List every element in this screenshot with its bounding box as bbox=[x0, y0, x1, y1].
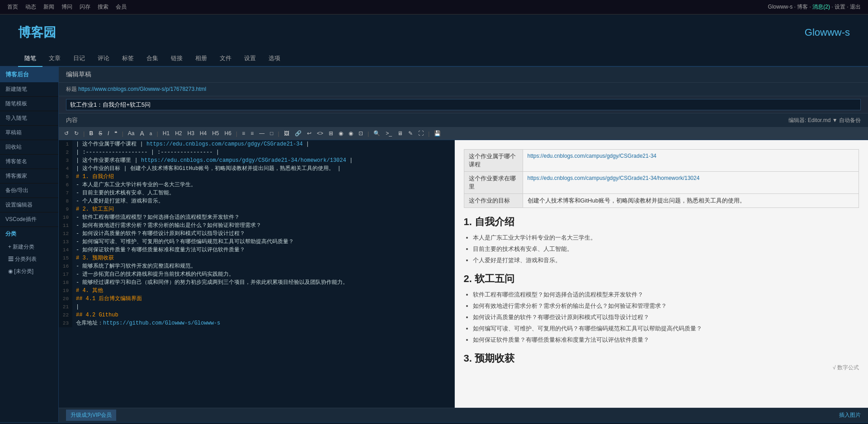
nav-dynamic[interactable]: 动态 bbox=[25, 3, 36, 11]
preview-link-2[interactable]: https://edu.cnblogs.com/campus/gdgy/CSGr… bbox=[528, 175, 700, 181]
nav-blog[interactable]: 博客 bbox=[797, 4, 808, 10]
nav-settings[interactable]: 设置 bbox=[835, 4, 845, 10]
toolbar-box[interactable]: ⊡ bbox=[357, 129, 365, 137]
toolbar-preview[interactable]: 🖥 bbox=[396, 129, 405, 137]
toolbar-strikethrough[interactable]: S bbox=[97, 129, 104, 137]
sidebar-new-essay[interactable]: 新建随笔 bbox=[0, 82, 58, 97]
tab-options[interactable]: 选项 bbox=[262, 51, 287, 67]
nav-home[interactable]: 首页 bbox=[7, 3, 18, 11]
toolbar-h3[interactable]: H3 bbox=[185, 129, 196, 137]
sidebar-recycle[interactable]: 回收站 bbox=[0, 140, 58, 155]
nav-messages[interactable]: 消息(2) bbox=[812, 4, 830, 10]
editor-line-2: 2 | :------------------- | :------------… bbox=[59, 148, 454, 156]
nav-logout[interactable]: 退出 bbox=[850, 4, 861, 10]
toolbar-hr[interactable]: — bbox=[257, 129, 266, 137]
toolbar-edit[interactable]: ✎ bbox=[406, 129, 415, 137]
upgrade-button[interactable]: 升级成为VIP会员 bbox=[66, 410, 116, 421]
toolbar-h2[interactable]: H2 bbox=[173, 129, 184, 137]
toolbar-emoji2[interactable]: ◉ bbox=[347, 129, 355, 137]
preview-table-row-1: 这个作业属于哪个课程 https://edu.cnblogs.com/campu… bbox=[464, 150, 859, 172]
toolbar-code[interactable]: <> bbox=[315, 129, 325, 137]
sidebar-signature[interactable]: 博客签名 bbox=[0, 155, 58, 169]
toolbar-reference[interactable]: ↩ bbox=[305, 129, 313, 137]
toolbar-bold[interactable]: B bbox=[87, 129, 95, 137]
toolbar-h1[interactable]: H1 bbox=[161, 129, 171, 137]
toolbar-font-small[interactable]: a bbox=[148, 130, 154, 137]
toolbar-italic[interactable]: I bbox=[106, 129, 111, 137]
toolbar-redo[interactable]: ↻ bbox=[72, 129, 80, 137]
url-value: https://www.cnblogs.com/Glowww-s/p/17678… bbox=[78, 86, 206, 92]
toolbar-search[interactable]: 🔍 bbox=[372, 129, 382, 137]
toolbar-image[interactable]: 🖼 bbox=[282, 129, 291, 137]
toolbar-font-size-upper[interactable]: Aa bbox=[126, 129, 137, 137]
sidebar-new-category[interactable]: + 新建分类 bbox=[0, 241, 58, 253]
title-input[interactable]: 软工作业1：自我介绍+软工5问 bbox=[66, 99, 861, 110]
nav-news[interactable]: 新闻 bbox=[43, 3, 54, 11]
sidebar-vscode[interactable]: VSCode插件 bbox=[0, 212, 58, 227]
toolbar-font-large[interactable]: A bbox=[138, 129, 146, 138]
tab-diary[interactable]: 日记 bbox=[67, 51, 91, 67]
insert-image-button[interactable]: 插入图片 bbox=[839, 411, 861, 419]
editor-split: 1 | 这个作业属于哪个课程 | https://edu.cnblogs.com… bbox=[59, 140, 868, 408]
preview-list-item: 如何保证软件质量？有哪些质量标准和度量方法可以评估软件质量？ bbox=[473, 335, 859, 345]
sidebar-category-list[interactable]: ☰ 分类列表 bbox=[0, 253, 58, 265]
tab-essays[interactable]: 随笔 bbox=[18, 51, 42, 67]
nav-ask[interactable]: 博问 bbox=[61, 3, 72, 11]
preview-list-item: 本人是广东工业大学计科专业的一名大三学生。 bbox=[473, 233, 859, 243]
nav-flash[interactable]: 闪存 bbox=[80, 3, 90, 11]
tab-collections[interactable]: 合集 bbox=[140, 51, 165, 67]
editor-controls[interactable]: 编辑器: Editor.md ▼ 自动备份 bbox=[788, 117, 861, 124]
sidebar-migrate[interactable]: 博客搬家 bbox=[0, 169, 58, 184]
editor-line-14: 14 - 如何保证软件质量？有哪些质量标准和度量方法可以评估软件质量？ bbox=[59, 246, 454, 254]
preview-table-value-3: 创建个人技术博客和GitHub账号，初略阅读教材并提出问题，熟悉相关工具的使用。 bbox=[523, 194, 859, 208]
sidebar-export[interactable]: 备份/导出 bbox=[0, 184, 58, 198]
nav-member[interactable]: 会员 bbox=[116, 3, 127, 11]
editor-line-3: 3 | 这个作业要求在哪里 | https://edu.cnblogs.com/… bbox=[59, 156, 454, 165]
toolbar-h6[interactable]: H6 bbox=[223, 129, 233, 137]
toolbar-link[interactable]: 🔗 bbox=[293, 129, 303, 137]
toolbar-quote[interactable]: ❝ bbox=[113, 129, 119, 137]
editor-line-1: 1 | 这个作业属于哪个课程 | https://edu.cnblogs.com… bbox=[59, 140, 454, 148]
toolbar-emoji1[interactable]: ◉ bbox=[337, 129, 345, 137]
nav-search[interactable]: 搜索 bbox=[98, 3, 108, 11]
editor-line-10: 10 - 软件工程有哪些流程模型？如何选择合适的流程模型来开发软件？ bbox=[59, 213, 454, 221]
preview-link-1[interactable]: https://edu.cnblogs.com/campus/gdgy/CSGr… bbox=[528, 153, 657, 159]
tab-links[interactable]: 链接 bbox=[165, 51, 189, 67]
current-user[interactable]: Glowww-s bbox=[768, 4, 793, 10]
code-editor[interactable]: 1 | 这个作业属于哪个课程 | https://edu.cnblogs.com… bbox=[59, 140, 455, 408]
tab-tags[interactable]: 标签 bbox=[116, 51, 140, 67]
preview-list-item: 个人爱好是打篮球、游戏和音乐。 bbox=[473, 256, 859, 265]
preview-table-value-2: https://edu.cnblogs.com/campus/gdgy/CSGr… bbox=[523, 172, 859, 194]
editor-line-18: 18 - 能够经过课程学习和自己（或和同伴）的努力初步完成两到三个项目，并依此积… bbox=[59, 278, 454, 287]
toolbar-checkbox[interactable]: □ bbox=[268, 129, 275, 137]
top-nav-right: Glowww-s · 博客 · 消息(2) · 设置 · 退出 bbox=[768, 3, 861, 11]
tab-files[interactable]: 文件 bbox=[213, 51, 238, 67]
preview-section1-title: 1. 自我介绍 bbox=[464, 215, 859, 229]
sidebar-essay-template[interactable]: 随笔模板 bbox=[0, 97, 58, 111]
toolbar-h5[interactable]: H5 bbox=[210, 129, 221, 137]
sidebar-import-essay[interactable]: 导入随笔 bbox=[0, 111, 58, 126]
formula-hint: √ 数字公式 bbox=[833, 364, 859, 372]
toolbar-sep7: | bbox=[428, 130, 429, 137]
preview-list-item: 如何设计高质量的软件？有哪些设计原则和模式可以指导设计过程？ bbox=[473, 313, 859, 322]
tab-settings[interactable]: 设置 bbox=[238, 51, 262, 67]
editor-line-12: 12 - 如何设计高质量的软件？有哪些设计原则和模式可以指导设计过程？ bbox=[59, 230, 454, 238]
editor-line-11: 11 - 如何有效地进行需求分析？需求分析的输出是什么？如何验证和管理需求？ bbox=[59, 221, 454, 230]
sidebar-drafts[interactable]: 草稿箱 bbox=[0, 126, 58, 140]
tab-albums[interactable]: 相册 bbox=[189, 51, 213, 67]
toolbar-h4[interactable]: H4 bbox=[198, 129, 208, 137]
tab-articles[interactable]: 文章 bbox=[42, 51, 67, 67]
editor-line-4: 4 | 这个作业的目标 | 创建个人技术博客和GitHub账号，初略阅读教材并提… bbox=[59, 165, 454, 173]
toolbar-undo[interactable]: ↺ bbox=[62, 129, 71, 137]
toolbar-list-unordered[interactable]: ≡ bbox=[240, 129, 247, 137]
toolbar-list-ordered[interactable]: ≡ bbox=[249, 129, 255, 137]
toolbar-terminal[interactable]: >_ bbox=[384, 129, 394, 137]
sidebar-editor-settings[interactable]: 设置编辑器 bbox=[0, 198, 58, 212]
toolbar-fullscreen[interactable]: ⛶ bbox=[416, 129, 425, 137]
sidebar-uncategorized[interactable]: ◉ [未分类] bbox=[0, 265, 58, 278]
tab-comments[interactable]: 评论 bbox=[91, 51, 116, 67]
toolbar-save[interactable]: 💾 bbox=[432, 129, 443, 137]
toolbar-table[interactable]: ⊞ bbox=[327, 129, 335, 137]
preview-section3-title: 3. 预期收获 bbox=[464, 352, 859, 365]
content-label-text: 内容 bbox=[66, 116, 78, 124]
